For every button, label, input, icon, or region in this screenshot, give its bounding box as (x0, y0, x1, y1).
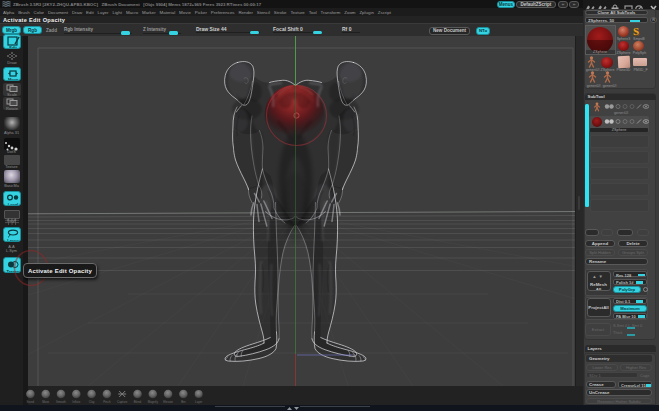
svg-text:Stand: Stand (27, 400, 35, 404)
svg-text:Inflate: Inflate (72, 400, 80, 404)
svg-text:Move: Move (42, 400, 49, 404)
svg-text:Clay: Clay (89, 400, 95, 404)
svg-text:Pinch: Pinch (103, 400, 111, 404)
svg-text:Capture: Capture (117, 400, 128, 404)
svg-text:Brn: Brn (181, 400, 186, 404)
svg-text:Layer: Layer (195, 400, 202, 404)
svg-text:Smooth: Smooth (56, 400, 66, 404)
svg-text:Magnify: Magnify (148, 400, 159, 404)
svg-text:Blend: Blend (134, 400, 142, 404)
svg-text:Elevate: Elevate (163, 400, 173, 404)
